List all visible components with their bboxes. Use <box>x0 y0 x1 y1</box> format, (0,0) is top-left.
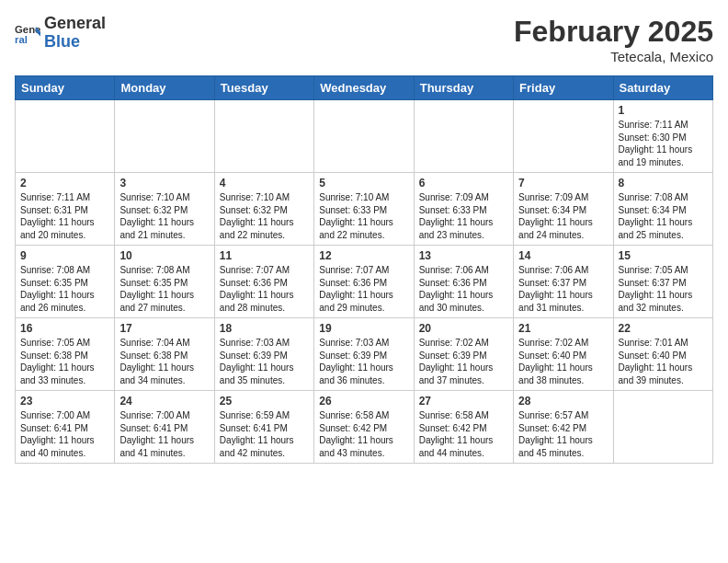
calendar-body: 1Sunrise: 7:11 AMSunset: 6:30 PMDaylight… <box>16 100 713 464</box>
calendar-title: February 2025 <box>514 15 713 49</box>
table-row <box>514 100 613 173</box>
day-number: 17 <box>119 322 209 335</box>
day-info: Sunrise: 6:57 AMSunset: 6:42 PMDaylight:… <box>518 409 608 459</box>
table-row: 26Sunrise: 6:58 AMSunset: 6:42 PMDayligh… <box>314 391 414 464</box>
day-info: Sunrise: 7:00 AMSunset: 6:41 PMDaylight:… <box>20 409 109 459</box>
day-number: 19 <box>319 322 408 335</box>
day-info: Sunrise: 7:08 AMSunset: 6:34 PMDaylight:… <box>619 191 708 241</box>
calendar-week-2: 2Sunrise: 7:11 AMSunset: 6:31 PMDaylight… <box>16 173 713 246</box>
day-number: 25 <box>220 395 309 408</box>
day-number: 22 <box>619 322 708 335</box>
table-row: 17Sunrise: 7:04 AMSunset: 6:38 PMDayligh… <box>115 318 214 391</box>
table-row <box>16 100 115 173</box>
day-number: 24 <box>119 395 209 408</box>
table-row: 18Sunrise: 7:03 AMSunset: 6:39 PMDayligh… <box>214 318 313 391</box>
day-number: 8 <box>619 177 708 190</box>
table-row <box>414 100 513 173</box>
logo-text: General Blue <box>44 15 106 52</box>
table-row: 27Sunrise: 6:58 AMSunset: 6:42 PMDayligh… <box>414 391 513 464</box>
day-number: 27 <box>419 395 508 408</box>
table-row: 24Sunrise: 7:00 AMSunset: 6:41 PMDayligh… <box>115 391 214 464</box>
calendar-table: Sunday Monday Tuesday Wednesday Thursday… <box>15 75 713 464</box>
calendar-week-3: 9Sunrise: 7:08 AMSunset: 6:35 PMDaylight… <box>16 246 713 318</box>
day-info: Sunrise: 7:07 AMSunset: 6:36 PMDaylight:… <box>220 264 309 314</box>
table-row <box>115 100 214 173</box>
day-info: Sunrise: 7:04 AMSunset: 6:38 PMDaylight:… <box>119 337 209 386</box>
calendar-week-1: 1Sunrise: 7:11 AMSunset: 6:30 PMDaylight… <box>16 100 713 173</box>
day-info: Sunrise: 7:10 AMSunset: 6:32 PMDaylight:… <box>119 191 209 241</box>
col-saturday: Saturday <box>613 76 712 100</box>
day-number: 5 <box>319 177 408 190</box>
table-row: 7Sunrise: 7:09 AMSunset: 6:34 PMDaylight… <box>514 173 613 246</box>
calendar-location: Tetecala, Mexico <box>514 49 713 64</box>
table-row: 1Sunrise: 7:11 AMSunset: 6:30 PMDaylight… <box>613 100 712 173</box>
col-wednesday: Wednesday <box>314 76 414 100</box>
day-number: 4 <box>220 177 309 190</box>
table-row: 28Sunrise: 6:57 AMSunset: 6:42 PMDayligh… <box>514 391 613 464</box>
day-number: 20 <box>419 322 508 335</box>
table-row: 5Sunrise: 7:10 AMSunset: 6:33 PMDaylight… <box>314 173 414 246</box>
day-number: 2 <box>20 177 109 190</box>
day-info: Sunrise: 7:00 AMSunset: 6:41 PMDaylight:… <box>119 409 209 459</box>
table-row: 2Sunrise: 7:11 AMSunset: 6:31 PMDaylight… <box>16 173 115 246</box>
table-row <box>314 100 414 173</box>
day-number: 9 <box>20 249 109 262</box>
table-row: 8Sunrise: 7:08 AMSunset: 6:34 PMDaylight… <box>613 173 712 246</box>
day-info: Sunrise: 7:09 AMSunset: 6:33 PMDaylight:… <box>419 191 508 241</box>
day-number: 16 <box>20 322 109 335</box>
table-row: 22Sunrise: 7:01 AMSunset: 6:40 PMDayligh… <box>613 318 712 391</box>
table-row: 14Sunrise: 7:06 AMSunset: 6:37 PMDayligh… <box>514 246 613 318</box>
day-number: 12 <box>319 249 408 262</box>
day-number: 6 <box>419 177 508 190</box>
day-info: Sunrise: 6:58 AMSunset: 6:42 PMDaylight:… <box>419 409 508 459</box>
day-info: Sunrise: 7:01 AMSunset: 6:40 PMDaylight:… <box>619 337 708 386</box>
table-row: 10Sunrise: 7:08 AMSunset: 6:35 PMDayligh… <box>115 246 214 318</box>
table-row: 12Sunrise: 7:07 AMSunset: 6:36 PMDayligh… <box>314 246 414 318</box>
table-row: 21Sunrise: 7:02 AMSunset: 6:40 PMDayligh… <box>514 318 613 391</box>
day-info: Sunrise: 7:11 AMSunset: 6:30 PMDaylight:… <box>619 119 708 168</box>
col-friday: Friday <box>514 76 613 100</box>
day-info: Sunrise: 7:11 AMSunset: 6:31 PMDaylight:… <box>20 191 109 241</box>
day-info: Sunrise: 7:10 AMSunset: 6:33 PMDaylight:… <box>319 191 408 241</box>
table-row: 16Sunrise: 7:05 AMSunset: 6:38 PMDayligh… <box>16 318 115 391</box>
table-row <box>214 100 313 173</box>
table-row: 4Sunrise: 7:10 AMSunset: 6:32 PMDaylight… <box>214 173 313 246</box>
day-info: Sunrise: 7:05 AMSunset: 6:38 PMDaylight:… <box>20 337 109 386</box>
col-monday: Monday <box>115 76 214 100</box>
table-row: 19Sunrise: 7:03 AMSunset: 6:39 PMDayligh… <box>314 318 414 391</box>
day-info: Sunrise: 7:03 AMSunset: 6:39 PMDaylight:… <box>319 337 408 386</box>
calendar-week-5: 23Sunrise: 7:00 AMSunset: 6:41 PMDayligh… <box>16 391 713 464</box>
day-number: 28 <box>518 395 608 408</box>
calendar-week-4: 16Sunrise: 7:05 AMSunset: 6:38 PMDayligh… <box>16 318 713 391</box>
day-info: Sunrise: 7:06 AMSunset: 6:37 PMDaylight:… <box>518 264 608 314</box>
table-row: 13Sunrise: 7:06 AMSunset: 6:36 PMDayligh… <box>414 246 513 318</box>
day-info: Sunrise: 7:08 AMSunset: 6:35 PMDaylight:… <box>20 264 109 314</box>
col-tuesday: Tuesday <box>214 76 313 100</box>
day-number: 21 <box>518 322 608 335</box>
table-row: 11Sunrise: 7:07 AMSunset: 6:36 PMDayligh… <box>214 246 313 318</box>
title-block: February 2025 Tetecala, Mexico <box>514 15 713 64</box>
table-row: 6Sunrise: 7:09 AMSunset: 6:33 PMDaylight… <box>414 173 513 246</box>
logo-general-text: General <box>44 15 106 33</box>
day-number: 15 <box>619 249 708 262</box>
day-info: Sunrise: 6:58 AMSunset: 6:42 PMDaylight:… <box>319 409 408 459</box>
day-info: Sunrise: 7:10 AMSunset: 6:32 PMDaylight:… <box>220 191 309 241</box>
day-info: Sunrise: 7:06 AMSunset: 6:36 PMDaylight:… <box>419 264 508 314</box>
day-number: 1 <box>619 104 708 117</box>
day-info: Sunrise: 7:09 AMSunset: 6:34 PMDaylight:… <box>518 191 608 241</box>
calendar-header-row: Sunday Monday Tuesday Wednesday Thursday… <box>16 76 713 100</box>
table-row: 20Sunrise: 7:02 AMSunset: 6:39 PMDayligh… <box>414 318 513 391</box>
day-info: Sunrise: 7:02 AMSunset: 6:39 PMDaylight:… <box>419 337 508 386</box>
logo: Gene ral General Blue <box>15 15 106 52</box>
col-thursday: Thursday <box>414 76 513 100</box>
day-number: 18 <box>220 322 309 335</box>
col-sunday: Sunday <box>16 76 115 100</box>
day-info: Sunrise: 6:59 AMSunset: 6:41 PMDaylight:… <box>220 409 309 459</box>
day-number: 10 <box>119 249 209 262</box>
day-info: Sunrise: 7:08 AMSunset: 6:35 PMDaylight:… <box>119 264 209 314</box>
table-row: 25Sunrise: 6:59 AMSunset: 6:41 PMDayligh… <box>214 391 313 464</box>
table-row: 3Sunrise: 7:10 AMSunset: 6:32 PMDaylight… <box>115 173 214 246</box>
day-info: Sunrise: 7:02 AMSunset: 6:40 PMDaylight:… <box>518 337 608 386</box>
day-number: 3 <box>119 177 209 190</box>
page-header: Gene ral General Blue February 2025 Tete… <box>15 15 713 64</box>
